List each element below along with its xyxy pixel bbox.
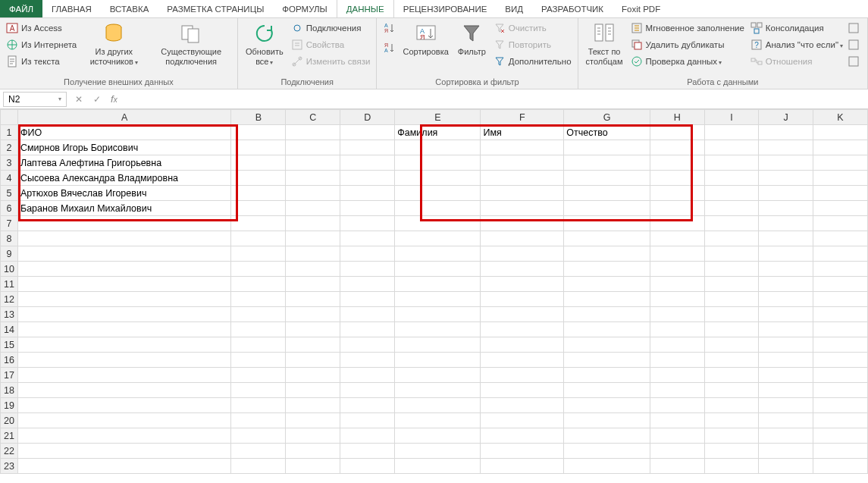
cell-I23[interactable] [704,459,759,474]
cell-I17[interactable] [704,368,759,383]
cell-I4[interactable] [704,171,759,186]
cell-H8[interactable] [650,231,704,246]
chevron-down-icon[interactable]: ▾ [58,96,61,102]
row-header-6[interactable]: 6 [1,201,18,216]
cell-H3[interactable] [650,155,704,171]
row-header-18[interactable]: 18 [1,383,18,398]
refresh-all-button[interactable]: Обновить все▾ [243,20,287,69]
cell-G7[interactable] [564,216,650,231]
cell-D22[interactable] [340,444,395,459]
cell-B5[interactable] [231,186,286,201]
cell-H1[interactable] [650,125,704,140]
cell-B6[interactable] [231,201,286,216]
cell-C15[interactable] [286,337,340,353]
cell-G5[interactable] [564,186,650,201]
cell-J1[interactable] [759,125,813,140]
cell-F8[interactable] [481,231,564,246]
row-header-2[interactable]: 2 [1,140,18,155]
cell-F19[interactable] [481,398,564,413]
cell-A13[interactable] [17,307,230,322]
spreadsheet-grid[interactable]: ABCDEFGHIJK 1ФИОФамилияИмяОтчество2Смирн… [0,109,868,483]
tab-page-layout[interactable]: РАЗМЕТКА СТРАНИЦЫ [158,0,273,17]
cell-H22[interactable] [650,444,704,459]
cell-E13[interactable] [395,307,481,322]
cell-E9[interactable] [395,246,481,262]
cell-D11[interactable] [340,277,395,292]
sort-button[interactable]: АЯ Сортировка [400,20,451,58]
cell-D21[interactable] [340,428,395,444]
cell-C14[interactable] [286,322,340,337]
reapply-button[interactable]: Повторить [492,36,573,53]
select-all-corner[interactable] [1,110,18,125]
row-header-4[interactable]: 4 [1,171,18,186]
cell-F3[interactable] [481,155,564,171]
row-header-22[interactable]: 22 [1,444,18,459]
cell-C9[interactable] [286,246,340,262]
col-header-G[interactable]: G [564,110,650,125]
cell-H16[interactable] [650,353,704,368]
cell-G12[interactable] [564,292,650,307]
consolidate-button[interactable]: Консолидация [749,20,844,36]
cell-C16[interactable] [286,353,340,368]
cell-E20[interactable] [395,413,481,428]
cell-E22[interactable] [395,444,481,459]
sort-asc-button[interactable]: АЯ [381,20,396,36]
cell-B2[interactable] [231,140,286,155]
cell-G11[interactable] [564,277,650,292]
cell-D8[interactable] [340,231,395,246]
cell-G4[interactable] [564,171,650,186]
cell-B3[interactable] [231,155,286,171]
cell-C20[interactable] [286,413,340,428]
cell-J23[interactable] [759,459,813,474]
cell-D10[interactable] [340,262,395,277]
cell-I15[interactable] [704,337,759,353]
cell-J14[interactable] [759,322,813,337]
cell-I6[interactable] [704,201,759,216]
tab-formulas[interactable]: ФОРМУЛЫ [273,0,336,17]
cell-J15[interactable] [759,337,813,353]
cell-I7[interactable] [704,216,759,231]
tab-foxit-pdf[interactable]: Foxit PDF [613,0,669,17]
filter-button[interactable]: Фильтр [455,20,489,58]
cell-E10[interactable] [395,262,481,277]
row-header-17[interactable]: 17 [1,368,18,383]
cell-B20[interactable] [231,413,286,428]
clear-filter-button[interactable]: Очистить [492,20,573,36]
cell-F14[interactable] [481,322,564,337]
cell-I22[interactable] [704,444,759,459]
cell-D1[interactable] [340,125,395,140]
cell-F11[interactable] [481,277,564,292]
fx-icon[interactable]: fx [106,93,122,105]
existing-connections-button[interactable]: Существующие подключения [149,20,232,68]
cell-C21[interactable] [286,428,340,444]
cell-C7[interactable] [286,216,340,231]
cell-A2[interactable]: Смирнов Игорь Борисович [17,140,230,155]
cell-E15[interactable] [395,337,481,353]
cell-C13[interactable] [286,307,340,322]
col-header-B[interactable]: B [231,110,286,125]
cell-E11[interactable] [395,277,481,292]
cell-A16[interactable] [17,353,230,368]
cell-J19[interactable] [759,398,813,413]
cell-K6[interactable] [813,201,867,216]
cell-A4[interactable]: Сысоева Александра Владмировна [17,171,230,186]
cell-D2[interactable] [340,140,395,155]
cell-E3[interactable] [395,155,481,171]
cell-J9[interactable] [759,246,813,262]
cell-H17[interactable] [650,368,704,383]
tab-developer[interactable]: РАЗРАБОТЧИК [532,0,613,17]
tab-view[interactable]: ВИД [496,0,532,17]
cell-K19[interactable] [813,398,867,413]
cell-E19[interactable] [395,398,481,413]
tab-data[interactable]: ДАННЫЕ [337,0,394,17]
cell-E21[interactable] [395,428,481,444]
cell-K8[interactable] [813,231,867,246]
cell-B16[interactable] [231,353,286,368]
cell-J7[interactable] [759,216,813,231]
cell-K13[interactable] [813,307,867,322]
cell-J11[interactable] [759,277,813,292]
cell-F5[interactable] [481,186,564,201]
cell-A15[interactable] [17,337,230,353]
row-header-21[interactable]: 21 [1,428,18,444]
cell-A8[interactable] [17,231,230,246]
